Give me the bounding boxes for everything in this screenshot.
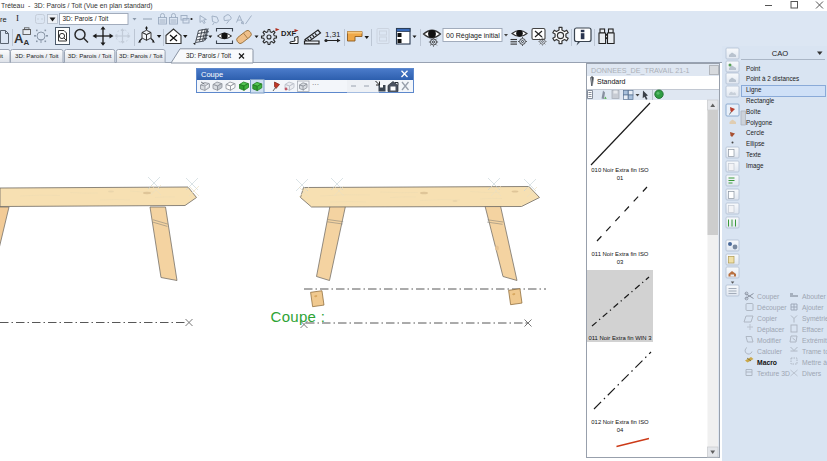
svg-text:Déplacer: Déplacer <box>757 326 785 334</box>
svg-text:3D: Parois / Toit: 3D: Parois / Toit <box>15 52 59 59</box>
svg-text:Ajouter: Ajouter <box>802 304 824 312</box>
svg-text:Texture 3D: Texture 3D <box>757 370 790 377</box>
svg-text:A: A <box>24 38 30 47</box>
svg-text:Macro: Macro <box>757 359 777 366</box>
svg-text:Mettre à l'é: Mettre à l'é <box>802 359 827 366</box>
svg-text:Extrémité: Extrémité <box>802 337 827 344</box>
svg-text:···: ··· <box>312 81 319 88</box>
svg-text:3D: Parois / Toit: 3D: Parois / Toit <box>63 15 109 22</box>
svg-text:Image: Image <box>746 162 764 170</box>
svg-text:Calculer: Calculer <box>757 348 783 355</box>
svg-text:011 Noir Extra fin ISO: 011 Noir Extra fin ISO <box>592 251 649 257</box>
svg-text:Couper: Couper <box>757 293 780 301</box>
svg-text:Point: Point <box>746 65 761 72</box>
svg-text:Coupe :: Coupe : <box>271 308 326 325</box>
svg-text:3D: Parois / Toit: 3D: Parois / Toit <box>119 52 163 59</box>
svg-text:Polygone: Polygone <box>746 119 773 127</box>
svg-text:Cercle: Cercle <box>746 129 765 136</box>
svg-text:Trame toit: Trame toit <box>802 348 827 355</box>
svg-text:Abouter: Abouter <box>802 293 827 300</box>
svg-text:01: 01 <box>617 175 624 181</box>
svg-text:Ligne: Ligne <box>746 86 762 94</box>
svg-text:CAO: CAO <box>772 49 789 58</box>
svg-text:Texte: Texte <box>746 151 762 158</box>
svg-text:3D: Parois / Toit: 3D: Parois / Toit <box>68 52 112 59</box>
svg-text:03: 03 <box>617 259 624 265</box>
svg-text:Découper: Découper <box>757 304 787 312</box>
svg-text:1,31: 1,31 <box>325 30 341 39</box>
svg-text:Symétrie: Symétrie <box>802 315 827 323</box>
svg-text:011 Noir Extra fin WIN 3: 011 Noir Extra fin WIN 3 <box>588 335 652 341</box>
svg-text:Ellipse: Ellipse <box>746 140 765 148</box>
svg-text:3D: Parois / Toit: 3D: Parois / Toit <box>186 52 231 59</box>
svg-text:Rectangle: Rectangle <box>746 97 775 105</box>
svg-text:00 Réglage initial: 00 Réglage initial <box>446 32 500 40</box>
svg-text:010 Noir Extra fin ISO: 010 Noir Extra fin ISO <box>591 167 649 173</box>
svg-text:Divers: Divers <box>802 370 822 377</box>
svg-text:Point à 2 distances: Point à 2 distances <box>746 75 799 82</box>
svg-text:Effacer: Effacer <box>802 326 824 333</box>
svg-text:Modifier: Modifier <box>757 337 782 344</box>
svg-text:Boîte: Boîte <box>746 108 761 115</box>
svg-text:04: 04 <box>617 427 624 433</box>
svg-text:A: A <box>14 31 24 46</box>
svg-text:Copier: Copier <box>757 315 778 323</box>
svg-text:DXF: DXF <box>281 29 296 38</box>
svg-text:it: it <box>0 52 3 59</box>
svg-text:012 Noir Extra fin ISO: 012 Noir Extra fin ISO <box>591 419 649 425</box>
